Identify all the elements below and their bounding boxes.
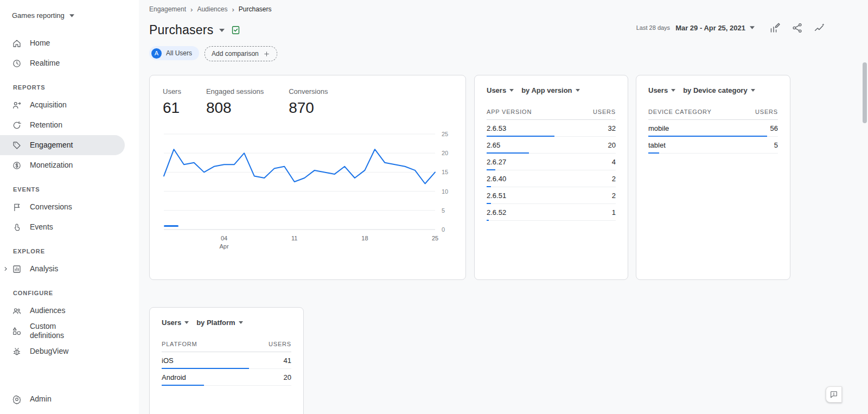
events-icon	[12, 222, 22, 232]
metric-tab-engaged-sessions[interactable]: Engaged sessions808	[206, 87, 264, 117]
acquisition-icon	[12, 100, 22, 110]
metric-tab-users[interactable]: Users61	[163, 87, 181, 117]
table-row-2-6-52[interactable]: 2.6.521	[487, 204, 616, 221]
svg-text:10: 10	[442, 188, 448, 195]
metric-tab-conversions[interactable]: Conversions870	[289, 87, 328, 117]
share-button[interactable]	[792, 22, 803, 34]
monetization-icon	[12, 161, 22, 170]
sidebar-item-audiences[interactable]: Audiences	[0, 301, 125, 321]
sidebar-item-monetization[interactable]: Monetization	[0, 155, 125, 175]
insights-button[interactable]	[814, 22, 826, 34]
plus-icon	[263, 50, 270, 58]
sidebar: Games reporting HomeRealtimeREPORTSAcqui…	[0, 0, 139, 414]
custom-definitions-icon	[12, 326, 22, 336]
svg-text:11: 11	[291, 235, 297, 241]
table-row-2-6-53[interactable]: 2.6.5332	[487, 120, 616, 137]
sidebar-item-events[interactable]: Events	[0, 217, 125, 237]
value-bar	[487, 220, 489, 221]
table-row-2-65[interactable]: 2.6520	[487, 137, 616, 154]
feedback-icon	[829, 390, 838, 399]
feedback-button[interactable]	[826, 386, 842, 403]
sidebar-item-analysis[interactable]: Analysis	[0, 259, 125, 279]
table-header: DEVICE CATEGORYUSERS	[648, 109, 778, 120]
comparison-chips: A All Users Add comparison	[149, 46, 277, 61]
insights-icon	[814, 22, 826, 34]
property-selector[interactable]: Games reporting	[0, 0, 74, 20]
svg-text:5: 5	[442, 207, 445, 214]
value-bar	[162, 385, 204, 386]
scrollbar[interactable]	[863, 62, 867, 123]
comparison-label: All Users	[166, 49, 192, 57]
retention-icon	[12, 120, 22, 130]
svg-text:25: 25	[432, 235, 438, 241]
chevron-right-icon[interactable]	[2, 265, 9, 272]
sidebar-item-retention[interactable]: Retention	[0, 115, 125, 135]
breakdown-card-app-version: Usersby App versionAPP VERSIONUSERS2.6.5…	[474, 75, 628, 280]
breadcrumb-item-purchasers[interactable]: Purchasers	[239, 5, 272, 13]
table-row-ios[interactable]: iOS41	[162, 352, 291, 369]
sidebar-item-acquisition[interactable]: Acquisition	[0, 95, 125, 115]
dimension-selector[interactable]: by Device category	[683, 86, 755, 94]
sidebar-item-custom-definitions[interactable]: Custom definitions	[0, 321, 125, 341]
breadcrumb-item-engagement[interactable]: Engagement	[149, 5, 186, 13]
svg-text:0: 0	[442, 226, 445, 233]
svg-text:Apr: Apr	[220, 243, 229, 250]
analysis-icon	[12, 264, 22, 274]
svg-text:04: 04	[221, 235, 227, 241]
home-icon	[12, 39, 22, 48]
table-row-android[interactable]: Android20	[162, 369, 291, 386]
add-comparison-label: Add comparison	[212, 50, 259, 58]
breadcrumb: Engagement›Audiences›Purchasers	[149, 5, 272, 13]
property-name: Games reporting	[12, 11, 65, 20]
svg-text:18: 18	[361, 235, 368, 241]
sidebar-section-explore: EXPLORE	[0, 237, 139, 259]
table-row-tablet[interactable]: tablet5	[648, 137, 778, 154]
date-range-value[interactable]: Mar 29 - Apr 25, 2021	[675, 24, 745, 32]
table-row-2-6-51[interactable]: 2.6.512	[487, 187, 616, 204]
comparison-chip-all-users[interactable]: A All Users	[149, 46, 199, 60]
table-row-2-6-27[interactable]: 2.6.274	[487, 154, 616, 170]
svg-text:20: 20	[442, 150, 448, 156]
customize-report-icon	[769, 22, 781, 34]
sidebar-item-realtime[interactable]: Realtime	[0, 53, 125, 73]
dimension-selector[interactable]: by Platform	[196, 319, 243, 327]
active-metric-indicator	[164, 225, 178, 227]
sidebar-item-conversions[interactable]: Conversions	[0, 197, 125, 217]
customize-report-button[interactable]	[769, 22, 781, 34]
sidebar-nav: HomeRealtimeREPORTSAcquisitionRetentionE…	[0, 33, 139, 361]
page-title: Purchasers	[149, 23, 213, 37]
breakdown-card-device-category: Usersby Device categoryDEVICE CATEGORYUS…	[636, 75, 790, 280]
chevron-right-icon: ›	[232, 6, 234, 13]
sidebar-section-configure: CONFIGURE	[0, 279, 139, 301]
sidebar-section-reports: REPORTS	[0, 73, 139, 95]
svg-text:15: 15	[442, 169, 448, 175]
chevron-right-icon: ›	[190, 6, 193, 13]
chevron-down-icon	[509, 89, 514, 92]
users-over-time-chart: 051015202504Apr111825	[163, 130, 454, 256]
table-row-mobile[interactable]: mobile56	[648, 120, 778, 137]
breadcrumb-item-audiences[interactable]: Audiences	[197, 5, 227, 13]
dimension-selector[interactable]: by App version	[521, 86, 579, 94]
gear-icon	[12, 394, 22, 404]
date-range-control: Last 28 days Mar 29 - Apr 25, 2021	[636, 22, 826, 34]
card-header: Usersby Platform	[162, 319, 291, 327]
chevron-down-icon	[671, 89, 675, 92]
sidebar-item-admin[interactable]: Admin	[0, 393, 151, 405]
audiences-icon	[12, 306, 22, 316]
chevron-down-icon	[239, 321, 243, 324]
sidebar-item-home[interactable]: Home	[0, 33, 125, 53]
sidebar-section-events: EVENTS	[0, 175, 139, 197]
sidebar-item-engagement[interactable]: Engagement	[0, 135, 125, 155]
metric-selector[interactable]: Users	[648, 86, 675, 94]
add-comparison-chip[interactable]: Add comparison	[205, 46, 277, 61]
chevron-down-icon[interactable]	[750, 26, 755, 29]
metric-selector[interactable]: Users	[487, 86, 514, 94]
sidebar-item-debugview[interactable]: DebugView	[0, 341, 125, 361]
report-title-dropdown[interactable]	[219, 29, 225, 32]
value-bar	[648, 152, 659, 154]
breakdown-card-platform: Usersby PlatformPLATFORMUSERSiOS41Androi…	[149, 307, 304, 414]
svg-text:25: 25	[442, 131, 448, 137]
table-row-2-6-40[interactable]: 2.6.402	[487, 170, 616, 187]
chevron-down-icon	[751, 89, 755, 92]
metric-selector[interactable]: Users	[162, 319, 189, 327]
